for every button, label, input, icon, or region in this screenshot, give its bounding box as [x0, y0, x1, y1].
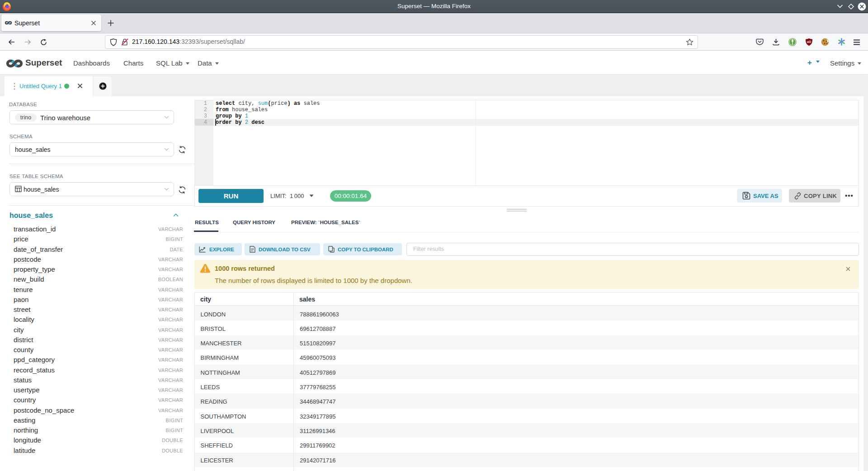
svg-text:uO: uO: [807, 40, 811, 43]
